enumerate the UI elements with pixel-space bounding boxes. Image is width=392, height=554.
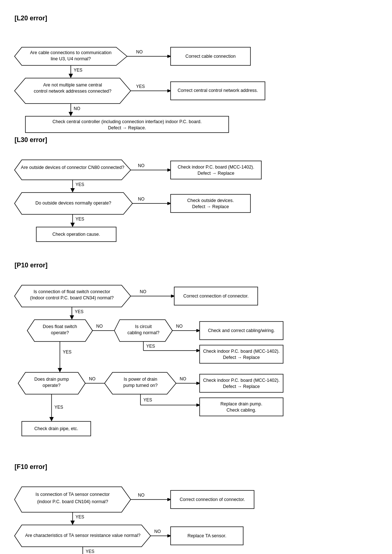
svg-text:Defect → Replace: Defect → Replace [192,204,229,209]
svg-marker-74 [58,368,62,372]
svg-text:Check indoor P.C. board (MCC-1: Check indoor P.C. board (MCC-1402). [178,165,254,170]
svg-text:YES: YES [63,349,72,355]
l20-title: [L20 error] [15,15,377,22]
svg-text:NO: NO [89,376,95,381]
svg-text:Are outside devices of connect: Are outside devices of connector CN80 co… [21,165,124,170]
svg-text:YES: YES [86,549,94,554]
svg-marker-18 [69,112,73,116]
svg-rect-86 [200,374,283,392]
svg-text:NO: NO [140,289,146,294]
svg-text:Does float switch: Does float switch [43,324,77,329]
svg-text:control network addresses conn: control network addresses connected? [34,89,111,94]
svg-text:Check indoor P.C. board (MCC-1: Check indoor P.C. board (MCC-1402). [203,378,280,383]
p10-title: [P10 error] [15,262,377,269]
svg-text:Check outside devices.: Check outside devices. [187,198,234,203]
l20-flowchart: Are cable connections to communication l… [15,27,363,122]
svg-text:Check indoor P.C. board (MCC-1: Check indoor P.C. board (MCC-1402). [203,349,280,354]
svg-text:Defect → Replace.: Defect → Replace. [108,125,146,130]
svg-text:Correct connection of connecto: Correct connection of connector. [180,497,245,502]
svg-text:Does drain pump: Does drain pump [34,377,69,382]
svg-text:Are cable connections to commu: Are cable connections to communication [30,50,111,55]
svg-text:Are characteristics of TA sens: Are characteristics of TA sensor resista… [25,533,140,538]
svg-text:YES: YES [75,309,83,314]
svg-text:Defect → Replace: Defect → Replace [223,384,260,389]
p10-section: [P10 error] Is connection of float switc… [15,262,377,449]
svg-text:(Indoor control P.C. board CN3: (Indoor control P.C. board CN34) normal? [30,295,114,300]
svg-text:YES: YES [146,344,155,349]
svg-text:Check cabling.: Check cabling. [226,408,256,413]
svg-marker-108 [70,521,75,525]
svg-rect-37 [171,194,250,213]
svg-rect-27 [171,161,261,179]
svg-text:NO: NO [176,324,183,329]
svg-text:NO: NO [138,163,144,168]
svg-text:Defect → Replace: Defect → Replace [197,171,234,176]
svg-text:Correct central control networ: Correct central control network address. [177,88,258,93]
svg-text:YES: YES [75,217,84,222]
f10-flowchart: Is connection of TA sensor connector (in… [15,476,363,554]
svg-text:NO: NO [74,106,80,111]
l30-section: [L30 error] Are outside devices of conne… [15,136,377,247]
svg-text:Correct cable connection: Correct cable connection [185,54,236,59]
svg-text:YES: YES [74,68,82,73]
svg-marker-96 [49,417,54,421]
svg-text:operate?: operate? [42,383,60,388]
l30-title: [L30 error] [15,136,377,144]
svg-text:Check central controller (incl: Check central controller (including conn… [52,119,201,124]
svg-text:cabling normal?: cabling normal? [127,330,159,335]
svg-text:YES: YES [75,514,84,519]
svg-text:NO: NO [154,529,161,534]
svg-text:Replace drain pump.: Replace drain pump. [220,401,262,407]
f10-title: [F10 error] [15,463,377,471]
p10-flowchart: Is connection of float switch connector … [15,274,363,449]
svg-text:Do outside devices normally op: Do outside devices normally operate? [35,201,111,206]
svg-text:Is connection of float switch : Is connection of float switch connector [33,289,110,294]
svg-text:NO: NO [138,493,144,498]
svg-text:line U3, U4 normal?: line U3, U4 normal? [51,56,91,61]
svg-text:Is connection of TA sensor con: Is connection of TA sensor connector [36,492,110,497]
svg-text:NO: NO [138,197,144,202]
svg-text:operate?: operate? [51,330,69,335]
f10-section: [F10 error] Is connection of TA sensor c… [15,463,377,554]
svg-text:YES: YES [54,405,63,410]
svg-marker-8 [69,74,73,78]
svg-text:YES: YES [75,182,84,187]
svg-text:NO: NO [96,324,103,329]
svg-text:Correct connection of connecto: Correct connection of connector. [183,294,249,299]
l30-flowchart: Are outside devices of connector CN80 co… [15,149,363,247]
svg-text:NO: NO [136,49,143,54]
svg-text:NO: NO [180,376,186,381]
l20-section: [L20 error] Are cable connections to com… [15,15,377,122]
svg-text:Check operation cause.: Check operation cause. [52,232,100,237]
svg-marker-53 [70,315,74,320]
svg-text:(indoor P.C. board CN104) norm: (indoor P.C. board CN104) normal? [37,499,108,504]
svg-text:Replace TA sensor.: Replace TA sensor. [187,533,226,538]
svg-marker-41 [70,223,75,227]
svg-text:YES: YES [136,84,145,89]
svg-text:Check and correct cabling/wiri: Check and correct cabling/wiring. [208,328,275,333]
svg-text:Are not multiple same central: Are not multiple same central [43,82,102,88]
svg-text:pump turned on?: pump turned on? [123,383,158,388]
svg-text:YES: YES [143,397,152,403]
svg-rect-70 [200,345,283,363]
svg-text:Defect → Replace: Defect → Replace [223,355,260,360]
svg-text:Is circuit: Is circuit [135,324,152,329]
svg-rect-92 [200,398,283,416]
svg-marker-31 [70,188,75,193]
svg-text:Check drain pipe, etc.: Check drain pipe, etc. [34,426,78,431]
svg-text:Is power of drain: Is power of drain [124,377,157,382]
